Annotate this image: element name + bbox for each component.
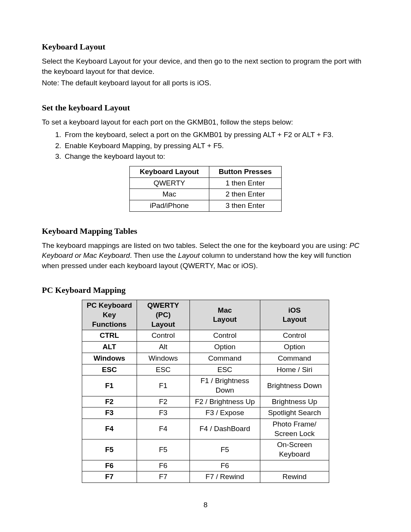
table-row: F7F7F7 / RewindRewind: [82, 471, 329, 483]
table-row: Keyboard Layout Button Presses: [130, 166, 282, 177]
table-row: ESCESCESCHome / Siri: [82, 364, 329, 375]
document-page: Keyboard Layout Select the Keyboard Layo…: [0, 0, 411, 532]
table-cell: [260, 460, 329, 471]
table-cell: F4: [137, 419, 190, 439]
table-cell: F1 / Brightness Down: [190, 375, 260, 396]
list-item: From the keyboard, select a port on the …: [63, 129, 369, 141]
table-cell: ESC: [190, 364, 260, 375]
table-row: PC Keyboard Key Functions QWERTY (PC) La…: [82, 300, 329, 330]
table-header: Keyboard Layout: [130, 166, 209, 177]
table-row: F5F5F5On-Screen Keyboard: [82, 439, 329, 460]
paragraph: To set a keyboard layout for each port o…: [42, 117, 369, 128]
table-cell: Mac: [130, 189, 209, 200]
section-pc-mapping: PC Keyboard Mapping PC Keyboard Key Func…: [42, 285, 369, 483]
table-cell: On-Screen Keyboard: [260, 439, 329, 460]
table-row: F4F4F4 / DashBoardPhoto Frame/Screen Loc…: [82, 419, 329, 439]
heading-set-layout: Set the keyboard Layout: [42, 103, 369, 113]
table-cell: Brightness Down: [260, 375, 329, 396]
table-cell: Photo Frame/Screen Lock: [260, 419, 329, 439]
table-row: F3F3F3 / ExposeSpotlight Search: [82, 407, 329, 419]
table-cell: 3 then Enter: [209, 200, 281, 211]
table-cell: F3 / Expose: [190, 407, 260, 419]
table-row: ALTAltOptionOption: [82, 342, 329, 353]
text: . Then use the: [130, 251, 178, 259]
table-cell: Control: [137, 330, 190, 342]
table-header: iOS Layout: [260, 300, 329, 330]
table-cell: F5: [137, 439, 190, 460]
text: The keyboard mappings are listed on two …: [42, 241, 349, 249]
heading-pc-mapping: PC Keyboard Mapping: [42, 285, 369, 295]
table-row: F6F6F6: [82, 460, 329, 471]
text-italic: Layout: [178, 251, 200, 259]
heading-mapping-tables: Keyboard Mapping Tables: [42, 226, 369, 236]
table-cell: Control: [190, 330, 260, 342]
table-header: PC Keyboard Key Functions: [82, 300, 137, 330]
table-cell: F2: [82, 396, 137, 407]
table-cell: F6: [190, 460, 260, 471]
table-cell: QWERTY: [130, 177, 209, 189]
table-cell: F6: [82, 460, 137, 471]
table-cell: Alt: [137, 342, 190, 353]
heading-keyboard-layout: Keyboard Layout: [42, 42, 369, 52]
table-row: F2F2F2 / Brightness UpBrightness Up: [82, 396, 329, 407]
table-cell: F3: [137, 407, 190, 419]
table-row: F1F1F1 / Brightness DownBrightness Down: [82, 375, 329, 396]
table-row: iPad/iPhone 3 then Enter: [130, 200, 282, 211]
table-cell: F2: [137, 396, 190, 407]
table-row: Mac 2 then Enter: [130, 189, 282, 200]
section-keyboard-layout: Keyboard Layout Select the Keyboard Layo…: [42, 42, 369, 88]
table-cell: F5: [82, 439, 137, 460]
pc-mapping-table: PC Keyboard Key Functions QWERTY (PC) La…: [82, 300, 329, 483]
table-cell: ESC: [82, 364, 137, 375]
table-cell: Brightness Up: [260, 396, 329, 407]
table-cell: F1: [137, 375, 190, 396]
paragraph: Select the Keyboard Layout for your devi…: [42, 56, 369, 77]
table-header: Button Presses: [209, 166, 281, 177]
page-number: 8: [0, 501, 411, 509]
table-cell: F7: [137, 471, 190, 483]
text: Layout: [151, 320, 175, 328]
table-cell: Command: [260, 353, 329, 364]
table-cell: F7 / Rewind: [190, 471, 260, 483]
table-cell: F3: [82, 407, 137, 419]
paragraph: The keyboard mappings are listed on two …: [42, 241, 369, 271]
table-cell: F6: [137, 460, 190, 471]
text: Layout: [213, 315, 237, 323]
table-cell: 1 then Enter: [209, 177, 281, 189]
table-header: Mac Layout: [190, 300, 260, 330]
table-cell: Home / Siri: [260, 364, 329, 375]
table-cell: Windows: [137, 353, 190, 364]
table-cell: 2 then Enter: [209, 189, 281, 200]
table-row: WindowsWindowsCommandCommand: [82, 353, 329, 364]
text: iOS: [288, 306, 301, 314]
text: PC Keyboard: [87, 301, 132, 309]
section-mapping-tables: Keyboard Mapping Tables The keyboard map…: [42, 226, 369, 271]
table-row: QWERTY 1 then Enter: [130, 177, 282, 189]
table-cell: Control: [260, 330, 329, 342]
table-cell: CTRL: [82, 330, 137, 342]
section-set-layout: Set the keyboard Layout To set a keyboar…: [42, 103, 369, 212]
table-cell: F5: [190, 439, 260, 460]
table-cell: F1: [82, 375, 137, 396]
table-cell: F2 / Brightness Up: [190, 396, 260, 407]
text: QWERTY (PC): [147, 301, 179, 319]
table-cell: Rewind: [260, 471, 329, 483]
table-cell: ALT: [82, 342, 137, 353]
list-item: Change the keyboard layout to:: [63, 151, 369, 162]
paragraph: Note: The default keyboard layout for al…: [42, 78, 369, 88]
table-row: CTRLControlControlControl: [82, 330, 329, 342]
layout-table: Keyboard Layout Button Presses QWERTY 1 …: [129, 166, 282, 212]
text: Layout: [283, 315, 306, 323]
table-cell: ESC: [137, 364, 190, 375]
list-item: Enable Keyboard Mapping, by pressing ALT…: [63, 141, 369, 152]
table-cell: Command: [190, 353, 260, 364]
table-cell: F4: [82, 419, 137, 439]
table-cell: F4 / DashBoard: [190, 419, 260, 439]
table-cell: Windows: [82, 353, 137, 364]
steps-list: From the keyboard, select a port on the …: [42, 129, 369, 162]
table-cell: Option: [260, 342, 329, 353]
text: Key Functions: [92, 311, 127, 328]
text: Mac: [218, 306, 232, 314]
table-cell: F7: [82, 471, 137, 483]
table-cell: Spotlight Search: [260, 407, 329, 419]
